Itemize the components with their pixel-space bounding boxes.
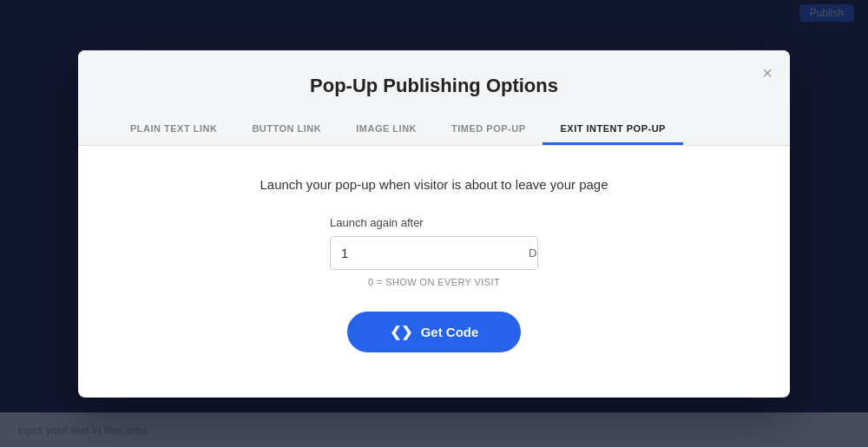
close-button[interactable]: × <box>762 64 773 82</box>
modal-header: × Pop-Up Publishing Options PLAIN TEXT L… <box>78 50 790 146</box>
get-code-label: Get Code <box>421 325 479 339</box>
tab-plain-text-link[interactable]: PLAIN TEXT LINK <box>113 115 234 145</box>
hint-text: 0 = SHOW ON EVERY VISIT <box>368 277 500 287</box>
get-code-button[interactable]: ❮❯ Get Code <box>347 312 521 352</box>
modal-title: Pop-Up Publishing Options <box>113 75 755 97</box>
input-row: Days <box>330 236 538 270</box>
launch-label: Launch again after <box>330 216 424 229</box>
tab-button-link[interactable]: BUTTON LINK <box>234 115 339 145</box>
modal: × Pop-Up Publishing Options PLAIN TEXT L… <box>78 50 790 398</box>
tab-exit-intent-popup[interactable]: EXIT INTENT POP-UP <box>542 115 682 145</box>
tab-timed-popup[interactable]: TIMED POP-UP <box>434 115 542 145</box>
launch-after-input[interactable] <box>331 237 516 269</box>
input-suffix: Days <box>516 238 538 268</box>
code-icon: ❮❯ <box>390 324 412 340</box>
launch-again-form-group: Launch again after Days 0 = SHOW ON EVER… <box>113 216 755 287</box>
tabs-container: PLAIN TEXT LINK BUTTON LINK IMAGE LINK T… <box>113 115 755 145</box>
modal-overlay: × Pop-Up Publishing Options PLAIN TEXT L… <box>0 0 868 447</box>
modal-body: Launch your pop-up when visitor is about… <box>78 146 790 387</box>
tab-image-link[interactable]: IMAGE LINK <box>339 115 434 145</box>
description-text: Launch your pop-up when visitor is about… <box>113 177 755 192</box>
